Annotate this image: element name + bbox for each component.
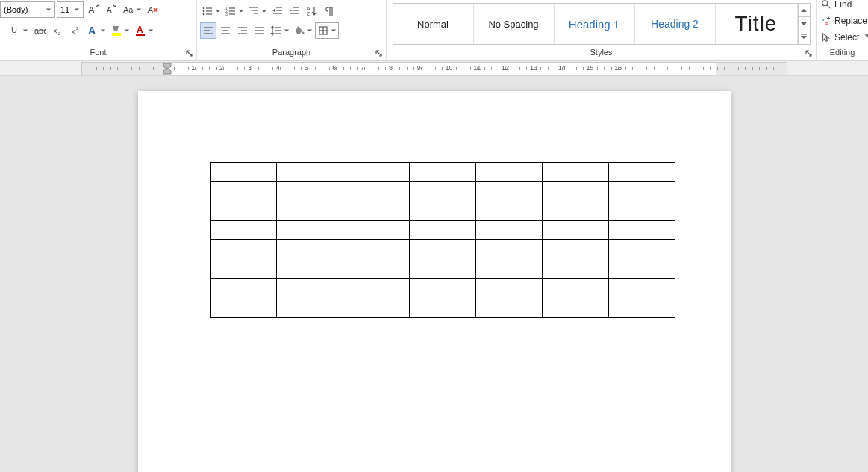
table-cell[interactable]	[608, 240, 675, 259]
table-row[interactable]	[210, 182, 675, 201]
style-nospacing[interactable]: No Spacing	[474, 4, 555, 44]
table-cell[interactable]	[277, 298, 343, 318]
table-row[interactable]	[210, 298, 675, 318]
styles-scroll-up[interactable]	[799, 4, 810, 17]
document-table[interactable]	[210, 162, 675, 318]
font-dialog-launcher[interactable]	[184, 48, 195, 59]
styles-expand[interactable]	[799, 31, 810, 44]
table-cell[interactable]	[475, 259, 542, 279]
text-effects-button[interactable]: A	[85, 22, 107, 39]
document-area[interactable]	[0, 76, 868, 472]
numbering-button[interactable]: 123	[223, 3, 246, 19]
font-size-combo[interactable]: 11	[57, 1, 84, 18]
table-cell[interactable]	[210, 163, 277, 182]
line-spacing-button[interactable]	[269, 22, 291, 39]
grow-font-button[interactable]: A	[85, 1, 102, 18]
table-cell[interactable]	[277, 240, 343, 259]
table-cell[interactable]	[343, 259, 410, 279]
table-cell[interactable]	[343, 201, 410, 221]
table-cell[interactable]	[210, 182, 277, 201]
table-cell[interactable]	[542, 201, 608, 221]
table-cell[interactable]	[210, 298, 277, 318]
align-center-button[interactable]	[217, 22, 234, 39]
table-cell[interactable]	[542, 182, 608, 201]
table-cell[interactable]	[608, 182, 675, 201]
decrease-indent-button[interactable]	[269, 3, 286, 19]
strikethrough-button[interactable]: abc	[31, 22, 48, 39]
table-cell[interactable]	[608, 201, 675, 221]
table-cell[interactable]	[410, 221, 476, 240]
table-cell[interactable]	[542, 221, 608, 240]
table-cell[interactable]	[475, 279, 542, 298]
table-cell[interactable]	[277, 182, 343, 201]
justify-button[interactable]	[252, 22, 268, 39]
style-normal[interactable]: Normal	[393, 4, 474, 44]
font-name-combo[interactable]: (Body)	[0, 1, 55, 18]
table-cell[interactable]	[475, 182, 542, 201]
borders-button[interactable]	[315, 22, 339, 39]
table-cell[interactable]	[410, 298, 476, 318]
table-row[interactable]	[210, 201, 675, 221]
table-cell[interactable]	[608, 221, 675, 240]
table-cell[interactable]	[210, 279, 277, 298]
table-cell[interactable]	[475, 221, 542, 240]
table-cell[interactable]	[343, 182, 410, 201]
table-cell[interactable]	[277, 259, 343, 279]
style-heading2[interactable]: Heading 2	[635, 4, 716, 44]
change-case-button[interactable]: Aa	[121, 1, 143, 18]
multilevel-list-button[interactable]	[246, 3, 269, 19]
document-page[interactable]	[138, 91, 731, 472]
table-cell[interactable]	[343, 163, 410, 182]
table-cell[interactable]	[277, 163, 343, 182]
table-cell[interactable]	[608, 279, 675, 298]
table-cell[interactable]	[475, 240, 542, 259]
show-marks-button[interactable]	[321, 3, 337, 19]
increase-indent-button[interactable]	[287, 3, 303, 19]
replace-button[interactable]: ab Replace	[819, 13, 868, 28]
horizontal-ruler[interactable]: 12345678910111213141516	[81, 62, 787, 75]
table-cell[interactable]	[608, 298, 675, 318]
font-color-button[interactable]: A	[133, 22, 155, 39]
shading-button[interactable]	[292, 22, 314, 39]
table-cell[interactable]	[410, 182, 476, 201]
table-cell[interactable]	[542, 240, 608, 259]
subscript-button[interactable]: x2	[49, 22, 66, 39]
indent-marker-hanging[interactable]	[163, 67, 172, 75]
table-cell[interactable]	[277, 221, 343, 240]
table-row[interactable]	[210, 163, 675, 182]
table-cell[interactable]	[542, 163, 608, 182]
table-cell[interactable]	[475, 201, 542, 221]
align-left-button[interactable]	[200, 22, 216, 39]
table-cell[interactable]	[410, 240, 476, 259]
table-cell[interactable]	[343, 221, 410, 240]
table-row[interactable]	[210, 259, 675, 279]
table-cell[interactable]	[343, 240, 410, 259]
style-title[interactable]: Title	[716, 4, 798, 44]
table-cell[interactable]	[210, 240, 277, 259]
highlight-button[interactable]	[109, 22, 131, 39]
table-cell[interactable]	[410, 201, 476, 221]
table-cell[interactable]	[542, 298, 608, 318]
table-cell[interactable]	[277, 201, 343, 221]
underline-button[interactable]: U	[7, 22, 30, 39]
table-cell[interactable]	[542, 259, 608, 279]
table-row[interactable]	[210, 240, 675, 259]
chevron-down-icon[interactable]	[74, 5, 80, 14]
find-button[interactable]: Find	[819, 0, 868, 12]
table-cell[interactable]	[608, 259, 675, 279]
select-button[interactable]: Select	[819, 30, 868, 45]
table-cell[interactable]	[210, 221, 277, 240]
table-cell[interactable]	[542, 279, 608, 298]
table-row[interactable]	[210, 279, 675, 298]
superscript-button[interactable]: x2	[67, 22, 84, 39]
table-cell[interactable]	[210, 201, 277, 221]
styles-scroll-down[interactable]	[799, 17, 810, 31]
table-row[interactable]	[210, 221, 675, 240]
table-cell[interactable]	[210, 259, 277, 279]
table-cell[interactable]	[410, 279, 476, 298]
table-cell[interactable]	[343, 298, 410, 318]
table-cell[interactable]	[475, 163, 542, 182]
styles-dialog-launcher[interactable]	[804, 48, 814, 59]
chevron-down-icon[interactable]	[46, 5, 51, 14]
clear-formatting-button[interactable]: A	[145, 1, 161, 18]
